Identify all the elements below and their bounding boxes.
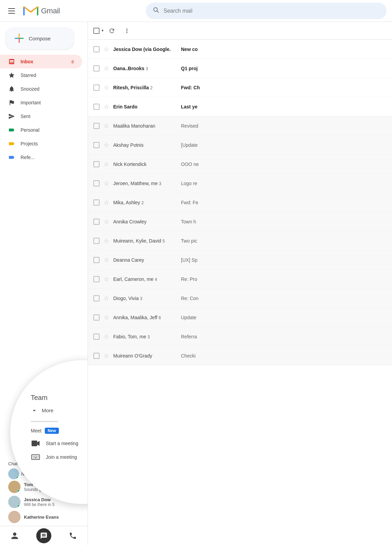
menu-button[interactable]	[5, 5, 18, 16]
star-icon[interactable]: ☆	[104, 333, 109, 340]
email-checkbox[interactable]	[93, 353, 100, 359]
header: Gmail	[0, 0, 392, 22]
select-dropdown-arrow[interactable]: ▾	[102, 28, 104, 33]
email-sender: Muireann, Kylie, David 5	[113, 238, 178, 244]
email-checkbox[interactable]	[93, 142, 100, 148]
star-icon[interactable]: ☆	[104, 141, 109, 149]
inbox-badge: 8	[71, 59, 74, 64]
sent-icon	[8, 113, 15, 120]
email-checkbox[interactable]	[93, 257, 100, 263]
phone-nav-icon[interactable]	[65, 528, 81, 544]
email-checkbox[interactable]	[93, 85, 100, 91]
svg-rect-13	[36, 456, 37, 456]
email-row[interactable]: ☆ Jessica Dow (via Google. New co	[88, 40, 392, 59]
email-row[interactable]: ☆ Jeroen, Matthew, me 3 Logo re	[88, 174, 392, 193]
more-button[interactable]: More	[31, 407, 53, 414]
jessica-avatar	[8, 496, 21, 508]
star-icon[interactable]: ☆	[104, 256, 109, 264]
email-subject: Logo re	[181, 181, 387, 186]
star-icon[interactable]: ☆	[104, 275, 109, 283]
email-sender: Ritesh, Priscilla 2	[113, 85, 178, 90]
svg-rect-16	[35, 457, 37, 458]
gmail-m-icon	[22, 4, 40, 18]
email-checkbox[interactable]	[93, 46, 100, 52]
snoozed-icon	[8, 86, 15, 92]
refresh-button[interactable]	[105, 24, 119, 38]
star-icon[interactable]: ☆	[104, 295, 109, 302]
start-meeting-button[interactable]: Start a meeting	[31, 437, 78, 450]
sidebar-item-sent[interactable]: Sent	[0, 109, 82, 123]
star-icon[interactable]: ☆	[104, 103, 109, 111]
email-checkbox[interactable]	[93, 104, 100, 110]
email-row[interactable]: ☆ Annika Crowley Town h	[88, 212, 392, 231]
email-row[interactable]: ☆ Nick Kortendick OOO ne	[88, 155, 392, 174]
email-row[interactable]: ☆ Mika, Ashley 2 Fwd: Fe	[88, 193, 392, 212]
meet-label: Meet	[31, 428, 41, 433]
svg-rect-17	[38, 457, 38, 458]
email-row[interactable]: ☆ Fabio, Tom, me 3 Referra	[88, 327, 392, 346]
email-row[interactable]: ☆ Erin Sardo Last ye	[88, 97, 392, 116]
star-icon[interactable]: ☆	[104, 46, 109, 53]
gmail-text: Gmail	[41, 7, 60, 15]
email-checkbox[interactable]	[93, 238, 100, 244]
star-icon[interactable]: ☆	[104, 314, 109, 321]
star-icon[interactable]: ☆	[104, 65, 109, 72]
references-icon	[8, 154, 15, 161]
projects-label: Projects	[21, 141, 38, 146]
star-icon[interactable]: ☆	[104, 160, 109, 168]
compose-label: Compose	[29, 36, 51, 41]
star-icon[interactable]: ☆	[104, 352, 109, 360]
inbox-icon	[8, 58, 15, 65]
email-row[interactable]: ☆ Muireann O'Grady Checki	[88, 346, 392, 365]
email-checkbox[interactable]	[93, 161, 100, 167]
sidebar-item-inbox[interactable]: Inbox 8	[0, 55, 82, 68]
email-row[interactable]: ☆ Annika, Maalika, Jeff 6 Update	[88, 308, 392, 327]
email-sender: Jessica Dow (via Google.	[113, 47, 178, 52]
star-icon[interactable]: ☆	[104, 122, 109, 130]
email-row[interactable]: ☆ Akshay Potnis [Update	[88, 135, 392, 155]
sidebar-item-projects[interactable]: Projects	[0, 137, 82, 151]
email-checkbox[interactable]	[93, 295, 100, 301]
email-row[interactable]: ☆ Muireann, Kylie, David 5 Two pic	[88, 231, 392, 250]
search-bar[interactable]	[146, 3, 387, 19]
starred-label: Starred	[21, 73, 36, 78]
sidebar-item-snoozed[interactable]: Snoozed	[0, 82, 82, 96]
email-checkbox[interactable]	[93, 334, 100, 340]
email-checkbox[interactable]	[93, 65, 100, 72]
email-subject: Referra	[181, 334, 387, 339]
references-label: Refe...	[21, 155, 35, 160]
person-nav-icon[interactable]	[6, 528, 23, 544]
email-checkbox[interactable]	[93, 276, 100, 282]
email-row[interactable]: ☆ Ritesh, Priscilla 2 Fwd: Ch	[88, 78, 392, 97]
sidebar-item-important[interactable]: Important	[0, 96, 82, 109]
star-icon[interactable]: ☆	[104, 180, 109, 187]
email-row[interactable]: ☆ Deanna Carey [UX] Sp	[88, 250, 392, 270]
star-icon[interactable]: ☆	[104, 84, 109, 91]
svg-rect-14	[38, 456, 38, 456]
search-input[interactable]	[164, 8, 380, 14]
email-checkbox[interactable]	[93, 199, 100, 206]
sidebar-item-starred[interactable]: Starred	[0, 68, 82, 82]
chat-user-katherine[interactable]: Katherine Evans	[0, 509, 88, 524]
select-all-checkbox[interactable]	[93, 28, 100, 34]
more-options-button[interactable]	[120, 24, 134, 38]
email-row[interactable]: ☆ Earl, Cameron, me 4 Re: Pro	[88, 270, 392, 289]
email-row[interactable]: ☆ Oana..Brooks 3 Q1 proj	[88, 59, 392, 78]
star-icon[interactable]: ☆	[104, 218, 109, 225]
email-checkbox[interactable]	[93, 219, 100, 225]
email-row[interactable]: ☆ Diogo, Vivia 3 Re: Con	[88, 289, 392, 308]
chat-nav-icon[interactable]	[36, 528, 51, 543]
email-checkbox[interactable]	[93, 314, 100, 321]
email-checkbox[interactable]	[93, 180, 100, 186]
email-checkbox[interactable]	[93, 123, 100, 129]
sidebar-item-personal[interactable]: Personal	[0, 123, 82, 137]
jessica-info: Jessica Dow Will be there in 5	[24, 497, 54, 507]
star-icon[interactable]: ☆	[104, 237, 109, 245]
email-row[interactable]: ☆ Maalika Manoharan Revised	[88, 116, 392, 135]
email-subject: Last ye	[181, 104, 387, 109]
join-meeting-button[interactable]: Join a meeting	[31, 450, 77, 464]
star-icon[interactable]: ☆	[104, 199, 109, 206]
sidebar-item-references[interactable]: Refe...	[0, 151, 82, 164]
team-label: Team	[31, 394, 48, 402]
compose-button[interactable]: Compose	[5, 27, 74, 49]
